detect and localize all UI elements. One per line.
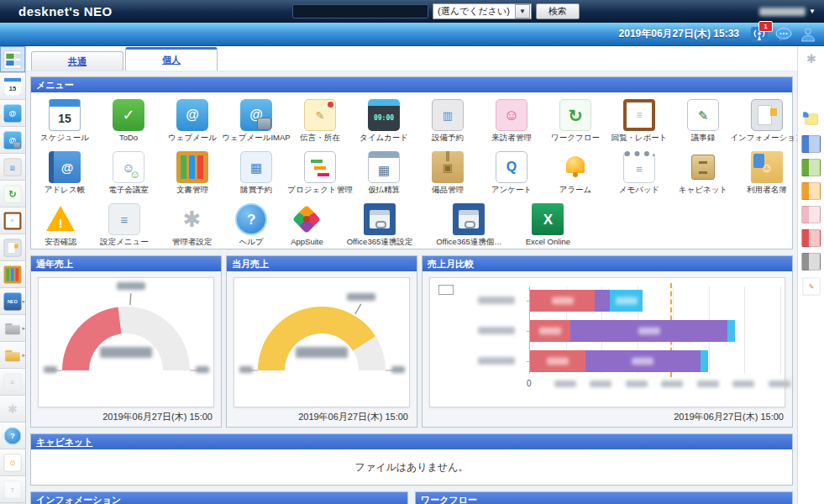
menu-item-mail-imap[interactable]: @ウェブメールIMAP: [224, 95, 288, 144]
menu-item-label: 電子会議室: [108, 185, 149, 196]
menu-item-settings-menu[interactable]: ≡設定メニュー: [88, 199, 160, 248]
menu-item-visitor[interactable]: ☺来訪者管理: [480, 95, 543, 144]
expand-arrow-icon: ▸: [22, 298, 25, 305]
sidebar-item-mail-imap[interactable]: @: [0, 127, 25, 154]
sidebar-item-portal[interactable]: [0, 46, 25, 73]
visitor-icon: ☺: [496, 99, 527, 131]
y-category-label-blurred: [478, 297, 515, 304]
menu-item-office365[interactable]: Office365連携設定: [335, 199, 425, 248]
menu-item-minutes[interactable]: ✎議事録: [671, 95, 735, 144]
center-value-blurred: [296, 347, 348, 358]
swatch-green-icon[interactable]: [801, 159, 821, 176]
chat-icon[interactable]: [774, 26, 793, 43]
bar-segment: [610, 290, 643, 312]
help-icon: ?: [235, 203, 267, 235]
menu-item-gantt[interactable]: プロジェクト管理: [288, 147, 352, 196]
broadcast-icon[interactable]: 1: [750, 26, 769, 43]
menu-item-appsuite[interactable]: AppSuite: [279, 199, 335, 248]
user-menu[interactable]: ▼: [759, 8, 816, 16]
bar-segment: [530, 320, 570, 342]
search-button[interactable]: 検索: [536, 3, 580, 19]
search-scope-label: (選んでください): [433, 5, 514, 18]
annual-sales-header: 通年売上: [31, 256, 221, 271]
sidebar-item-projector[interactable]: ▥: [0, 154, 25, 181]
monthly-sales-header: 当月売上: [227, 256, 417, 271]
left-sidebar: 15@@▥↻≡NEO▸▸▸≡✱?☺T: [0, 46, 26, 504]
menu-item-workflow[interactable]: ↻ワークフロー: [543, 95, 607, 144]
bar-row: [530, 350, 780, 372]
menu-item-roster[interactable]: ☺利用者名簿: [735, 147, 797, 196]
menu-item-calendar[interactable]: 15スケジュール: [33, 95, 97, 144]
sidebar-item-gear[interactable]: ✱: [0, 396, 25, 423]
menu-item-label: ワークフロー: [551, 133, 600, 144]
menu-item-label: 回覧・レポート: [611, 133, 667, 144]
sidebar-item-text-t[interactable]: T: [0, 476, 25, 503]
swatch-red-icon[interactable]: [801, 229, 821, 247]
mail-icon: @: [176, 99, 208, 131]
menu-item-todo[interactable]: ✓ToDo: [97, 95, 160, 144]
menu-item-calculator[interactable]: ▦仮払精算: [352, 147, 416, 196]
gridline: [780, 286, 781, 374]
status-bar: 2019年06月27日(木) 15:33 1: [0, 23, 824, 46]
menu-item-projector[interactable]: ▥設備予約: [416, 95, 480, 144]
sidebar-tool-sticky[interactable]: [801, 109, 821, 129]
cart-icon: ▦: [240, 151, 272, 183]
menu-item-alert[interactable]: !安否確認: [33, 199, 88, 248]
projector-icon: ▥: [4, 158, 22, 176]
user-icon[interactable]: [799, 26, 817, 43]
workflow-panel-link[interactable]: ワークフロー: [421, 494, 477, 504]
menu-item-memo[interactable]: ≡メモパッド: [607, 147, 671, 196]
sidebar-item-calendar[interactable]: 15: [0, 73, 25, 100]
sidebar-item-neo[interactable]: NEO▸: [0, 288, 25, 315]
menu-item-survey[interactable]: Qアンケート: [480, 147, 543, 196]
workflow-icon: ↻: [559, 99, 591, 131]
swatch-gray-icon[interactable]: [801, 253, 821, 270]
menu-item-cart[interactable]: ▦購買予約: [224, 147, 288, 196]
search-input[interactable]: [292, 4, 428, 18]
portal-settings-button[interactable]: ✱: [798, 46, 824, 71]
tab-personal[interactable]: 個人: [125, 47, 218, 71]
information-panel-link[interactable]: インフォメーション: [36, 494, 121, 504]
search-scope-select[interactable]: (選んでください) ▼: [433, 3, 532, 19]
menu-item-clipboard[interactable]: ≡回覧・レポート: [607, 95, 671, 144]
menu-item-label: 仮払精算: [368, 185, 400, 196]
excel-icon: X: [532, 203, 564, 235]
monthly-sales-gauge-chart: [234, 277, 410, 407]
menu-item-bell[interactable]: アラーム: [543, 147, 607, 196]
sidebar-item-folder-gray[interactable]: ▸: [0, 315, 25, 342]
menu-item-box[interactable]: ▣備品管理: [416, 147, 480, 196]
chevron-down-icon[interactable]: ▼: [515, 4, 530, 18]
cabinet-panel-link[interactable]: キャビネット: [36, 436, 93, 449]
menu-item-cabinet[interactable]: キャビネット: [671, 147, 735, 196]
menu-item-office365[interactable]: Office365連携個…: [424, 199, 514, 248]
global-search: (選んでください) ▼ 検索: [292, 3, 580, 19]
max-label-blurred: [196, 366, 209, 373]
sidebar-item-operator[interactable]: ☺: [0, 449, 25, 476]
bar-segment: [530, 290, 595, 312]
menu-item-mail[interactable]: @ウェブメール: [160, 95, 224, 144]
annual-sales-gauge-chart: [38, 277, 214, 407]
sidebar-item-clipboard[interactable]: ≡: [0, 207, 25, 234]
menu-item-binders[interactable]: 文書管理: [160, 147, 224, 196]
sidebar-item-settings-menu[interactable]: ≡: [0, 369, 25, 396]
sidebar-item-binders[interactable]: [0, 261, 25, 288]
menu-item-board[interactable]: インフォメーション: [735, 95, 797, 144]
sidebar-item-folder-yellow[interactable]: ▸: [0, 342, 25, 369]
sidebar-item-board[interactable]: [0, 234, 25, 261]
sidebar-item-mail[interactable]: @: [0, 100, 25, 127]
menu-item-addressbook[interactable]: @アドレス帳: [33, 147, 97, 196]
sidebar-item-workflow[interactable]: ↻: [0, 181, 25, 207]
sidebar-item-help[interactable]: ?: [0, 423, 25, 449]
sales-compare-panel: 売上月比較 0 2019年06月27日(木) 15:00: [422, 255, 793, 428]
swatch-orange-icon[interactable]: [801, 182, 821, 200]
menu-item-help[interactable]: ?ヘルプ: [223, 199, 279, 248]
sidebar-tool-pencil[interactable]: ✎: [801, 276, 821, 297]
swatch-pink-icon[interactable]: [801, 206, 821, 223]
swatch-blue-icon[interactable]: [801, 135, 821, 153]
menu-item-note[interactable]: ✎伝言・所在: [288, 95, 352, 144]
menu-item-gear[interactable]: ✱管理者設定: [160, 199, 224, 248]
menu-item-meeting[interactable]: ☺電子会議室: [97, 147, 160, 196]
menu-item-timecard[interactable]: 09:00タイムカード: [352, 95, 416, 144]
menu-item-excel[interactable]: XExcel Online: [514, 199, 582, 248]
tab-common[interactable]: 共通: [31, 51, 123, 71]
